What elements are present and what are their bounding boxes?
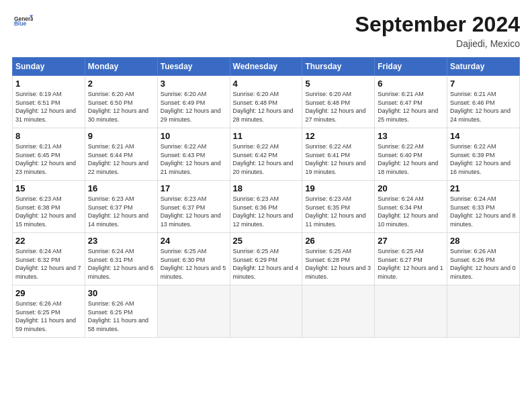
day-number: 27 xyxy=(378,236,444,246)
calendar-cell: 16 Sunrise: 6:23 AMSunset: 6:37 PMDaylig… xyxy=(85,181,157,233)
calendar-cell xyxy=(157,285,230,338)
day-number: 30 xyxy=(88,288,154,298)
calendar-cell: 9 Sunrise: 6:21 AMSunset: 6:44 PMDayligh… xyxy=(85,128,157,181)
calendar-cell: 13 Sunrise: 6:22 AMSunset: 6:40 PMDaylig… xyxy=(375,128,447,181)
day-number: 28 xyxy=(450,236,517,246)
cell-info: Sunrise: 6:24 AMSunset: 6:34 PMDaylight:… xyxy=(378,195,438,228)
cell-info: Sunrise: 6:23 AMSunset: 6:38 PMDaylight:… xyxy=(15,195,76,228)
col-saturday: Saturday xyxy=(447,58,520,76)
calendar-cell: 2 Sunrise: 6:20 AMSunset: 6:50 PMDayligh… xyxy=(85,76,157,128)
day-number: 22 xyxy=(15,236,82,246)
day-number: 7 xyxy=(450,79,517,89)
day-number: 20 xyxy=(378,183,444,193)
day-number: 10 xyxy=(161,131,227,141)
calendar-cell: 28 Sunrise: 6:26 AMSunset: 6:26 PMDaylig… xyxy=(447,233,520,285)
cell-info: Sunrise: 6:19 AMSunset: 6:51 PMDaylight:… xyxy=(15,91,76,123)
calendar-cell: 11 Sunrise: 6:22 AMSunset: 6:42 PMDaylig… xyxy=(230,128,302,181)
calendar-week-row: 1 Sunrise: 6:19 AMSunset: 6:51 PMDayligh… xyxy=(13,76,520,128)
day-number: 6 xyxy=(378,79,444,89)
day-number: 17 xyxy=(161,183,227,193)
calendar-cell: 27 Sunrise: 6:25 AMSunset: 6:27 PMDaylig… xyxy=(375,233,447,285)
col-friday: Friday xyxy=(375,58,447,76)
calendar-cell xyxy=(375,285,447,338)
cell-info: Sunrise: 6:21 AMSunset: 6:44 PMDaylight:… xyxy=(88,143,148,175)
calendar-header-row: Sunday Monday Tuesday Wednesday Thursday… xyxy=(13,58,520,76)
calendar-cell xyxy=(447,285,520,338)
day-number: 23 xyxy=(88,236,154,246)
calendar-cell: 8 Sunrise: 6:21 AMSunset: 6:45 PMDayligh… xyxy=(13,128,85,181)
calendar-cell: 21 Sunrise: 6:24 AMSunset: 6:33 PMDaylig… xyxy=(447,181,520,233)
day-number: 14 xyxy=(450,131,517,141)
cell-info: Sunrise: 6:21 AMSunset: 6:45 PMDaylight:… xyxy=(15,143,76,175)
day-number: 12 xyxy=(305,131,371,141)
calendar-week-row: 22 Sunrise: 6:24 AMSunset: 6:32 PMDaylig… xyxy=(13,233,520,285)
col-wednesday: Wednesday xyxy=(230,58,302,76)
day-number: 8 xyxy=(15,131,82,141)
cell-info: Sunrise: 6:24 AMSunset: 6:32 PMDaylight:… xyxy=(15,248,81,280)
logo: General Blue xyxy=(12,12,33,34)
day-number: 26 xyxy=(305,236,371,246)
day-number: 13 xyxy=(378,131,444,141)
calendar-cell: 30 Sunrise: 6:26 AMSunset: 6:25 PMDaylig… xyxy=(85,285,157,338)
calendar-cell xyxy=(230,285,302,338)
col-sunday: Sunday xyxy=(13,58,85,76)
calendar-cell: 26 Sunrise: 6:25 AMSunset: 6:28 PMDaylig… xyxy=(302,233,375,285)
cell-info: Sunrise: 6:22 AMSunset: 6:40 PMDaylight:… xyxy=(378,143,438,175)
cell-info: Sunrise: 6:20 AMSunset: 6:48 PMDaylight:… xyxy=(305,91,365,123)
calendar-cell: 20 Sunrise: 6:24 AMSunset: 6:34 PMDaylig… xyxy=(375,181,447,233)
calendar-cell: 23 Sunrise: 6:24 AMSunset: 6:31 PMDaylig… xyxy=(85,233,157,285)
cell-info: Sunrise: 6:25 AMSunset: 6:28 PMDaylight:… xyxy=(305,248,371,280)
day-number: 2 xyxy=(88,79,154,89)
calendar-table: Sunday Monday Tuesday Wednesday Thursday… xyxy=(12,57,520,338)
calendar-cell: 15 Sunrise: 6:23 AMSunset: 6:38 PMDaylig… xyxy=(13,181,85,233)
cell-info: Sunrise: 6:25 AMSunset: 6:27 PMDaylight:… xyxy=(378,248,443,280)
calendar-cell: 19 Sunrise: 6:23 AMSunset: 6:35 PMDaylig… xyxy=(302,181,375,233)
cell-info: Sunrise: 6:20 AMSunset: 6:50 PMDaylight:… xyxy=(88,91,148,123)
day-number: 21 xyxy=(450,183,517,193)
page-container: General Blue September 2024 Dajiedi, Mex… xyxy=(0,0,532,345)
month-title: September 2024 xyxy=(355,12,520,37)
cell-info: Sunrise: 6:20 AMSunset: 6:48 PMDaylight:… xyxy=(233,91,294,123)
cell-info: Sunrise: 6:23 AMSunset: 6:37 PMDaylight:… xyxy=(161,195,221,228)
day-number: 16 xyxy=(88,183,154,193)
cell-info: Sunrise: 6:26 AMSunset: 6:25 PMDaylight:… xyxy=(88,300,148,332)
day-number: 18 xyxy=(233,183,300,193)
day-number: 9 xyxy=(88,131,154,141)
title-block: September 2024 Dajiedi, Mexico xyxy=(355,12,520,49)
calendar-cell: 1 Sunrise: 6:19 AMSunset: 6:51 PMDayligh… xyxy=(13,76,85,128)
cell-info: Sunrise: 6:26 AMSunset: 6:26 PMDaylight:… xyxy=(450,248,516,280)
cell-info: Sunrise: 6:23 AMSunset: 6:35 PMDaylight:… xyxy=(305,195,365,228)
day-number: 19 xyxy=(305,183,371,193)
cell-info: Sunrise: 6:24 AMSunset: 6:33 PMDaylight:… xyxy=(450,195,516,228)
day-number: 4 xyxy=(233,79,300,89)
cell-info: Sunrise: 6:24 AMSunset: 6:31 PMDaylight:… xyxy=(88,248,154,280)
day-number: 29 xyxy=(15,288,82,298)
cell-info: Sunrise: 6:22 AMSunset: 6:41 PMDaylight:… xyxy=(305,143,365,175)
cell-info: Sunrise: 6:22 AMSunset: 6:42 PMDaylight:… xyxy=(233,143,294,175)
location: Dajiedi, Mexico xyxy=(355,38,520,49)
calendar-cell: 24 Sunrise: 6:25 AMSunset: 6:30 PMDaylig… xyxy=(157,233,230,285)
page-header: General Blue September 2024 Dajiedi, Mex… xyxy=(12,12,520,49)
cell-info: Sunrise: 6:25 AMSunset: 6:29 PMDaylight:… xyxy=(233,248,299,280)
cell-info: Sunrise: 6:22 AMSunset: 6:39 PMDaylight:… xyxy=(450,143,511,175)
cell-info: Sunrise: 6:26 AMSunset: 6:25 PMDaylight:… xyxy=(15,300,76,332)
day-number: 3 xyxy=(161,79,227,89)
col-thursday: Thursday xyxy=(302,58,375,76)
calendar-cell: 14 Sunrise: 6:22 AMSunset: 6:39 PMDaylig… xyxy=(447,128,520,181)
day-number: 5 xyxy=(305,79,371,89)
day-number: 11 xyxy=(233,131,300,141)
day-number: 15 xyxy=(15,183,82,193)
svg-text:Blue: Blue xyxy=(14,20,26,27)
day-number: 1 xyxy=(15,79,82,89)
col-monday: Monday xyxy=(85,58,157,76)
calendar-cell: 17 Sunrise: 6:23 AMSunset: 6:37 PMDaylig… xyxy=(157,181,230,233)
day-number: 25 xyxy=(233,236,300,246)
day-number: 24 xyxy=(161,236,227,246)
calendar-cell: 5 Sunrise: 6:20 AMSunset: 6:48 PMDayligh… xyxy=(302,76,375,128)
cell-info: Sunrise: 6:20 AMSunset: 6:49 PMDaylight:… xyxy=(161,91,221,123)
cell-info: Sunrise: 6:21 AMSunset: 6:47 PMDaylight:… xyxy=(378,91,438,123)
calendar-cell: 18 Sunrise: 6:23 AMSunset: 6:36 PMDaylig… xyxy=(230,181,302,233)
logo-icon: General Blue xyxy=(14,12,33,31)
calendar-cell: 7 Sunrise: 6:21 AMSunset: 6:46 PMDayligh… xyxy=(447,76,520,128)
calendar-cell: 22 Sunrise: 6:24 AMSunset: 6:32 PMDaylig… xyxy=(13,233,85,285)
